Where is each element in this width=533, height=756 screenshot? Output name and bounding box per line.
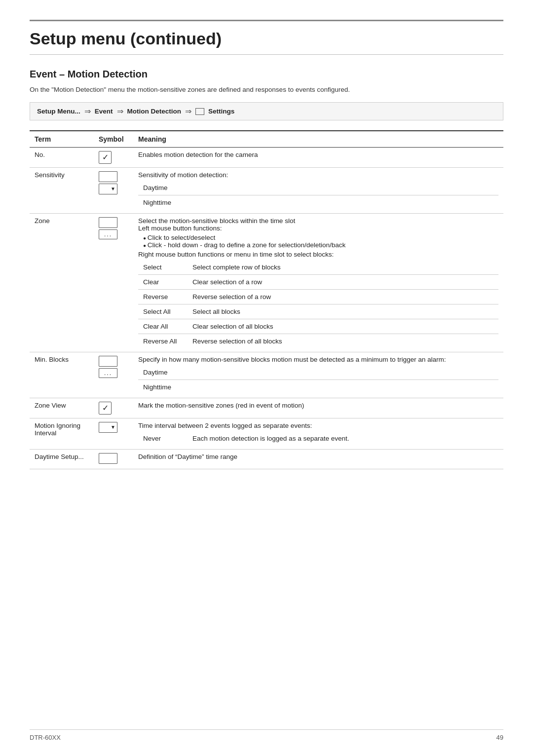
footer-page: 49 (496, 734, 503, 741)
section-title: Event – Motion Detection (30, 69, 503, 80)
list-item: Daytime (138, 181, 498, 195)
term-daytime-setup: Daytime Setup... (30, 450, 94, 469)
meaning-no: Enables motion detection for the camera (133, 148, 503, 168)
symbol-daytime-setup (94, 450, 133, 469)
interval-symbol: ▼ (99, 422, 128, 433)
bc-settings-label: Settings (208, 108, 234, 115)
zone-reverse-label: Reverse (138, 290, 188, 304)
list-item: Nighttime (138, 380, 498, 395)
table-row: Sensitivity ▼ Sensitivity of motion dete… (30, 168, 503, 214)
breadcrumb-motion-detection: Motion Detection (127, 108, 182, 115)
table-row: Daytime Setup... Definition of “Daytime”… (30, 450, 503, 469)
page-title: Setup menu (continued) (30, 29, 503, 48)
list-item: Click to select/deselect (143, 234, 498, 241)
symbol-motion-interval: ▼ (94, 418, 133, 450)
col-header-meaning: Meaning (133, 131, 503, 148)
table-row: No. ✓ Enables motion detection for the c… (30, 148, 503, 168)
sensitivity-daytime: Daytime (138, 181, 498, 195)
footer: DTR-60XX 49 (30, 729, 503, 741)
sensitivity-sub-table: Daytime Nighttime (138, 181, 498, 210)
zone-sub-table: Select Select complete row of blocks Cle… (138, 260, 498, 348)
interval-sub-table: Never Each motion detection is logged as… (138, 431, 498, 446)
zone-clearall-label: Clear All (138, 319, 188, 334)
col-header-symbol: Symbol (94, 131, 133, 148)
check-icon: ✓ (99, 151, 112, 164)
meaning-min-blocks: Specify in how many motion-sensitive blo… (133, 352, 503, 398)
list-item: Select Select complete row of blocks (138, 260, 498, 275)
zone-selectall-label: Select All (138, 304, 188, 319)
symbol-no: ✓ (94, 148, 133, 168)
list-item: Never Each motion detection is logged as… (138, 431, 498, 446)
term-motion-interval: Motion Ignoring Interval (30, 418, 94, 450)
box-arrow-icon: ▼ (99, 422, 117, 433)
list-item: Clear All Clear selection of all blocks (138, 319, 498, 334)
zone-clear-label: Clear (138, 275, 188, 290)
breadcrumb: Setup Menu... ⇒ Event ⇒ Motion Detection… (30, 102, 503, 120)
check-icon: ✓ (99, 402, 112, 415)
table-row: Min. Blocks ... Specify in how many moti… (30, 352, 503, 398)
term-no: No. (30, 148, 94, 168)
main-table: Term Symbol Meaning No. ✓ Enables motion… (30, 130, 503, 469)
symbol-zone-view: ✓ (94, 398, 133, 418)
never-desc: Each motion detection is logged as a sep… (188, 431, 498, 446)
box-icon (99, 453, 117, 464)
breadcrumb-setup-menu: Setup Menu... (37, 108, 80, 115)
meaning-motion-interval: Time interval between 2 events logged as… (133, 418, 503, 450)
min-blocks-nighttime: Nighttime (138, 380, 498, 395)
settings-icon (195, 108, 204, 115)
min-blocks-sub-table: Daytime Nighttime (138, 365, 498, 394)
list-item: Nighttime (138, 195, 498, 210)
list-item: Reverse All Reverse selection of all blo… (138, 334, 498, 349)
col-header-term: Term (30, 131, 94, 148)
meaning-sensitivity: Sensitivity of motion detection: Daytime… (133, 168, 503, 214)
never-label: Never (138, 431, 188, 446)
term-sensitivity: Sensitivity (30, 168, 94, 214)
bc-setup-menu-label: Setup Menu... (37, 108, 80, 115)
box-icon (99, 356, 117, 367)
bc-arrow-3: ⇒ (185, 107, 191, 116)
breadcrumb-event: Event (95, 108, 113, 115)
min-blocks-symbol: ... (99, 356, 128, 378)
intro-text: On the "Motion Detection" menu the motio… (30, 86, 503, 93)
sensitivity-nighttime: Nighttime (138, 195, 498, 210)
zone-clear-desc: Clear selection of a row (188, 275, 498, 290)
list-item: Reverse Reverse selection of a row (138, 290, 498, 304)
min-blocks-daytime: Daytime (138, 365, 498, 380)
dots-icon: ... (99, 368, 117, 378)
footer-model: DTR-60XX (30, 734, 61, 741)
zone-symbol: ... (99, 217, 128, 239)
table-row: Motion Ignoring Interval ▼ Time interval… (30, 418, 503, 450)
term-min-blocks: Min. Blocks (30, 352, 94, 398)
symbol-zone: ... (94, 214, 133, 352)
zone-reverse-desc: Reverse selection of a row (188, 290, 498, 304)
meaning-zone-view: Mark the motion-sensitive zones (red in … (133, 398, 503, 418)
bc-arrow-2: ⇒ (117, 107, 123, 116)
term-zone-view: Zone View (30, 398, 94, 418)
breadcrumb-settings: Settings (195, 108, 234, 115)
box-icon (99, 217, 117, 228)
zone-reverseall-label: Reverse All (138, 334, 188, 349)
zone-selectall-desc: Select all blocks (188, 304, 498, 319)
list-item: Select All Select all blocks (138, 304, 498, 319)
zone-select-label: Select (138, 260, 188, 275)
bc-arrow-1: ⇒ (84, 107, 91, 116)
table-row: Zone ... Select the motion-sensitive blo… (30, 214, 503, 352)
dropdown-symbol: ▼ (99, 171, 128, 194)
term-zone: Zone (30, 214, 94, 352)
zone-select-desc: Select complete row of blocks (188, 260, 498, 275)
box-icon (99, 171, 117, 182)
meaning-zone: Select the motion-sensitive blocks withi… (133, 214, 503, 352)
zone-reverseall-desc: Reverse selection of all blocks (188, 334, 498, 349)
table-row: Zone View ✓ Mark the motion-sensitive zo… (30, 398, 503, 418)
bc-motion-label: Motion Detection (127, 108, 182, 115)
list-item: Daytime (138, 365, 498, 380)
box-arrow-icon: ▼ (99, 184, 117, 194)
symbol-min-blocks: ... (94, 352, 133, 398)
zone-bullet-list: Click to select/deselect Click - hold do… (143, 234, 498, 249)
list-item: Clear Clear selection of a row (138, 275, 498, 290)
title-bar: Setup menu (continued) (30, 20, 503, 55)
dots-icon: ... (99, 229, 117, 239)
meaning-daytime-setup: Definition of “Daytime” time range (133, 450, 503, 469)
symbol-sensitivity: ▼ (94, 168, 133, 214)
zone-clearall-desc: Clear selection of all blocks (188, 319, 498, 334)
